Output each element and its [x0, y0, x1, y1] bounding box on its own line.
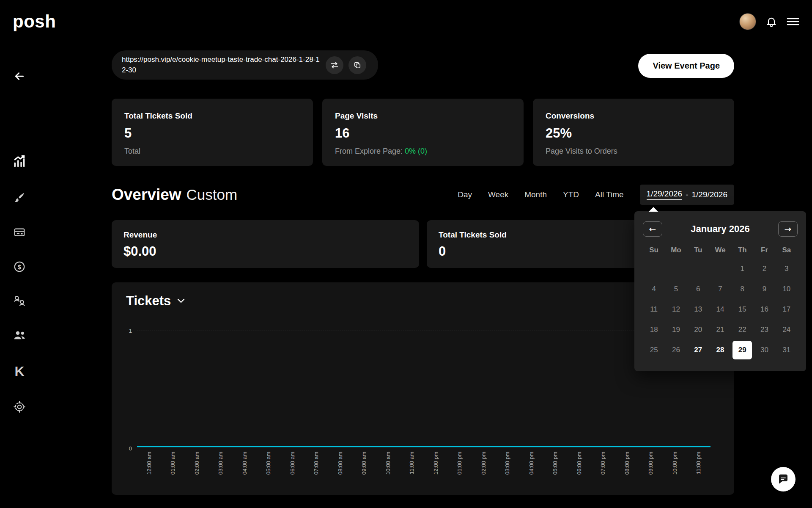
calendar-day-2[interactable]: 2: [753, 259, 775, 279]
overview-mode-text: Custom: [187, 186, 238, 203]
posh-logo[interactable]: posh: [13, 11, 56, 32]
calendar-month-label: January 2026: [691, 224, 749, 235]
range-tab-ytd[interactable]: YTD: [563, 190, 579, 199]
stat-subtitle-prefix: From Explore Page:: [335, 147, 405, 155]
calendar-day-9[interactable]: 9: [753, 279, 775, 299]
calendar-dow-tu: Tu: [687, 246, 709, 254]
design-brush-icon[interactable]: [10, 188, 29, 207]
range-tab-month[interactable]: Month: [524, 190, 547, 199]
x-tick-label: 02:00 am: [185, 452, 209, 487]
calendar-caret: [649, 207, 658, 212]
calendar-dow-fr: Fr: [753, 246, 775, 254]
calendar-day-24[interactable]: 24: [776, 320, 798, 340]
calendar-day-30[interactable]: 30: [753, 340, 775, 360]
calendar-day-21[interactable]: 21: [709, 320, 731, 340]
stat-subtitle: Total: [124, 147, 300, 156]
calendar-day-19[interactable]: 19: [665, 320, 687, 340]
calendar-day-10[interactable]: 10: [776, 279, 798, 299]
kickback-k-icon[interactable]: K: [10, 362, 29, 381]
calendar-day-3[interactable]: 3: [776, 259, 798, 279]
calendar-next-icon[interactable]: →: [778, 221, 798, 237]
date-range-button[interactable]: 1/29/2026 - 1/29/2026: [640, 185, 734, 205]
calendar-day-18[interactable]: 18: [643, 320, 665, 340]
x-tick-label: 01:00 pm: [448, 452, 472, 487]
calendar-day-empty: [643, 259, 665, 279]
kickback-k-letter: K: [14, 364, 24, 379]
back-arrow-icon[interactable]: [10, 67, 29, 86]
date-range-separator: -: [686, 190, 688, 199]
hamburger-menu-icon[interactable]: [787, 17, 799, 26]
calendar-day-17[interactable]: 17: [776, 299, 798, 320]
calendar-day-13[interactable]: 13: [687, 299, 709, 320]
event-url-text: https://posh.vip/e/cookie-meetup-taste-t…: [122, 55, 321, 75]
analytics-icon[interactable]: [10, 152, 29, 171]
calendar-day-27[interactable]: 27: [687, 340, 709, 360]
range-tab-week[interactable]: Week: [488, 190, 508, 199]
view-event-page-button[interactable]: View Event Page: [638, 54, 734, 78]
x-tick-label: 01:00 am: [161, 452, 185, 487]
calendar-day-15[interactable]: 15: [731, 299, 753, 320]
calendar-day-5[interactable]: 5: [665, 279, 687, 299]
calendar-day-7[interactable]: 7: [709, 279, 731, 299]
stats-row: Total Tickets Sold 5 Total Page Visits 1…: [112, 99, 734, 166]
calendar-dow-we: We: [709, 246, 731, 254]
calendar-day-empty: [687, 259, 709, 279]
calendar-header: ← January 2026 →: [643, 221, 798, 237]
range-controls: DayWeekMonthYTDAll Time 1/29/2026 - 1/29…: [458, 185, 734, 205]
page: posh $: [0, 0, 812, 508]
chart-x-axis: 12:00 am01:00 am02:00 am03:00 am04:00 am…: [137, 452, 710, 487]
finance-dollar-icon[interactable]: $: [10, 257, 29, 276]
calendar-day-29[interactable]: 29: [732, 341, 752, 359]
stat-subtitle-highlight: 0% (0): [405, 147, 427, 155]
chart-y-axis: 01: [118, 331, 137, 448]
calendar-day-11[interactable]: 11: [643, 299, 665, 320]
calendar-day-14[interactable]: 14: [709, 299, 731, 320]
x-tick-label: 08:00 pm: [615, 452, 639, 487]
overview-row: Overview Custom DayWeekMonthYTDAll Time …: [112, 185, 734, 205]
calendar-day-25[interactable]: 25: [643, 340, 665, 360]
calendar-dow-su: Su: [643, 246, 665, 254]
chart-plot-wrap: 12:00 am01:00 am02:00 am03:00 am04:00 am…: [137, 331, 710, 487]
settings-gear-icon[interactable]: [10, 398, 29, 416]
x-tick-label: 07:00 pm: [591, 452, 615, 487]
calendar-day-23[interactable]: 23: [753, 320, 775, 340]
tickets-title: Tickets: [126, 293, 171, 309]
calendar-day-28[interactable]: 28: [709, 340, 731, 360]
calendar-popup: ← January 2026 → SuMoTuWeThFrSa 12345678…: [634, 211, 806, 371]
stat-subtitle: From Explore Page: 0% (0): [335, 147, 511, 156]
stat-value: 5: [124, 126, 300, 141]
calendar-dow-mo: Mo: [665, 246, 687, 254]
overview-title-text: Overview: [112, 186, 181, 204]
calendar-day-8[interactable]: 8: [731, 279, 753, 299]
calendar-day-31[interactable]: 31: [776, 340, 798, 360]
swap-link-icon[interactable]: [326, 56, 343, 74]
calendar-day-20[interactable]: 20: [687, 320, 709, 340]
range-tab-day[interactable]: Day: [458, 190, 472, 199]
x-tick-label: 11:00 pm: [687, 452, 711, 487]
stat-value: 16: [335, 126, 511, 141]
guests-people-icon[interactable]: [10, 326, 29, 345]
calendar-day-16[interactable]: 16: [753, 299, 775, 320]
svg-text:$: $: [18, 263, 22, 271]
tickets-header[interactable]: Tickets: [118, 293, 710, 309]
x-tick-label: 10:00 am: [376, 452, 400, 487]
x-tick-label: 11:00 am: [400, 452, 424, 487]
calendar-day-1[interactable]: 1: [731, 259, 753, 279]
calendar-day-6[interactable]: 6: [687, 279, 709, 299]
copy-link-icon[interactable]: [348, 56, 366, 74]
calendar-day-4[interactable]: 4: [643, 279, 665, 299]
x-tick-label: 04:00 pm: [519, 452, 543, 487]
avatar[interactable]: [739, 13, 756, 30]
calendar-day-26[interactable]: 26: [665, 340, 687, 360]
notifications-bell-icon[interactable]: [765, 16, 777, 28]
y-tick-label: 1: [129, 328, 132, 334]
calendar-day-22[interactable]: 22: [731, 320, 753, 340]
gridline: [137, 331, 710, 331]
calendar-prev-icon[interactable]: ←: [643, 221, 662, 237]
ticket-icon[interactable]: [10, 223, 29, 241]
x-tick-label: 05:00 pm: [543, 452, 568, 487]
calendar-day-12[interactable]: 12: [665, 299, 687, 320]
chat-bubble-icon[interactable]: [771, 467, 796, 491]
team-nodes-icon[interactable]: [10, 291, 29, 310]
range-tab-all-time[interactable]: All Time: [595, 190, 624, 199]
